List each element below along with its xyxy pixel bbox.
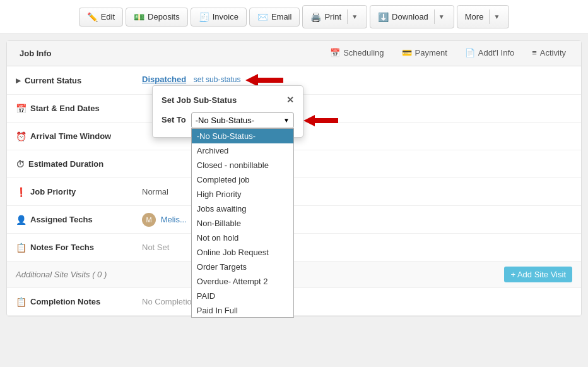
job-priority-label: ❗ Job Priority: [16, 187, 142, 197]
select-caret-icon: ▼: [283, 117, 290, 124]
notes-for-techs-text: Notes For Techs: [30, 243, 94, 252]
clock-icon: ⏰: [16, 131, 26, 141]
activity-icon: ≡: [532, 48, 537, 57]
option-closed-nonbillable[interactable]: Closed - nonbillable: [192, 158, 293, 172]
add-site-visit-label: + Add Site Visit: [510, 270, 566, 279]
addl-info-icon: 📄: [465, 48, 475, 57]
job-info-title: Job Info: [13, 41, 321, 66]
tab-payment[interactable]: 💳 Payment: [393, 42, 456, 65]
deposits-button[interactable]: 💵 Deposits: [126, 8, 188, 27]
tab-bar: Job Info 📅 Scheduling 💳 Payment 📄 Addt'l…: [7, 41, 581, 66]
tech-avatar: M: [142, 213, 156, 227]
substatus-select-wrapper: -No Sub-Status- ▼ -No Sub-Status- Archiv…: [191, 112, 294, 128]
edit-button[interactable]: ✏️ Edit: [79, 8, 123, 27]
red-arrow-2: [303, 114, 338, 128]
option-no-substatus[interactable]: -No Sub-Status-: [192, 129, 293, 143]
tech-name-link[interactable]: Melis...: [161, 215, 187, 224]
completion-notes-label: 📋 Completion Notes: [16, 297, 142, 307]
option-paid[interactable]: PAID: [192, 289, 293, 303]
current-status-label: ▶ Current Status: [16, 76, 142, 85]
completion-notes-row: 📋 Completion Notes No Completion Notes: [7, 288, 581, 316]
assigned-techs-row: 👤 Assigned Techs M Melis... Update: [7, 206, 581, 234]
calendar-icon: 📅: [16, 104, 26, 114]
job-priority-row: ❗ Job Priority Normal: [7, 178, 581, 206]
completion-notes-text: Completion Notes: [30, 297, 100, 306]
modal-header: Set Job Sub-Status ✕: [162, 95, 294, 105]
scheduling-label: Scheduling: [343, 48, 384, 57]
scheduling-icon: 📅: [330, 48, 340, 57]
download-icon: ⬇️: [378, 12, 389, 22]
modal-body: Set To -No Sub-Status- ▼ -No Sub-Status-…: [162, 112, 294, 128]
option-completed-job[interactable]: Completed job: [192, 172, 293, 187]
option-non-billable[interactable]: Non-Billable: [192, 216, 293, 231]
option-order-targets[interactable]: Order Targets: [192, 260, 293, 274]
start-end-dates-label: 📅 Start & End Dates: [16, 104, 142, 114]
option-paid-in-full[interactable]: Paid In Full: [192, 303, 293, 318]
edit-label: Edit: [101, 12, 115, 21]
activity-label: Activity: [540, 48, 566, 57]
option-archived[interactable]: Archived: [192, 143, 293, 158]
print-caret[interactable]: ▼: [347, 9, 362, 24]
download-caret[interactable]: ▼: [434, 9, 449, 24]
more-caret[interactable]: ▼: [489, 9, 503, 24]
set-substatus-modal: Set Job Sub-Status ✕ Set To -No Sub-Stat…: [152, 85, 303, 138]
deposits-label: Deposits: [148, 12, 180, 21]
email-button[interactable]: ✉️ Email: [249, 8, 300, 27]
current-status-text: Current Status: [25, 76, 81, 85]
arrival-time-text: Arrival Time Window: [30, 131, 111, 141]
option-not-on-hold[interactable]: Not on hold: [192, 231, 293, 245]
substatus-select-display[interactable]: -No Sub-Status- ▼: [191, 112, 294, 128]
priority-icon: ❗: [16, 187, 26, 197]
print-icon: 🖨️: [310, 12, 321, 22]
duration-icon: ⏱: [16, 159, 25, 169]
option-online-job-request[interactable]: Online Job Request: [192, 245, 293, 260]
assigned-techs-text: Assigned Techs: [30, 215, 93, 224]
additional-site-visits-row: Additional Site Visits ( 0 ) + Add Site …: [7, 262, 581, 288]
modal-close-button[interactable]: ✕: [286, 95, 294, 105]
option-jobs-awaiting[interactable]: Jobs awaiting: [192, 202, 293, 216]
tab-activity[interactable]: ≡ Activity: [523, 42, 575, 65]
edit-icon: ✏️: [87, 12, 98, 22]
expand-arrow-icon[interactable]: ▶: [16, 77, 21, 84]
job-priority-text: Job Priority: [30, 187, 76, 196]
email-label: Email: [271, 12, 292, 21]
download-label: Download: [392, 12, 428, 21]
estimated-duration-label: ⏱ Estimated Duration: [16, 159, 142, 169]
techs-icon: 👤: [16, 215, 26, 225]
assigned-techs-label: 👤 Assigned Techs: [16, 215, 142, 225]
invoice-icon: 🧾: [199, 12, 209, 22]
tab-scheduling[interactable]: 📅 Scheduling: [321, 42, 392, 65]
modal-title: Set Job Sub-Status: [162, 95, 237, 105]
start-end-dates-text: Start & End Dates: [30, 104, 100, 113]
notes-icon: 📋: [16, 243, 26, 253]
estimated-duration-row: ⏱ Estimated Duration: [7, 150, 581, 178]
invoice-label: Invoice: [213, 12, 238, 21]
svg-marker-0: [245, 74, 283, 87]
additional-site-label: Additional Site Visits ( 0 ): [16, 270, 107, 279]
option-high-priority[interactable]: High Priority: [192, 187, 293, 202]
deposits-icon: 💵: [134, 12, 144, 22]
add-site-visit-button[interactable]: + Add Site Visit: [504, 267, 572, 282]
set-substatus-link[interactable]: set sub-status: [194, 75, 241, 84]
main-content: Job Info 📅 Scheduling 💳 Payment 📄 Addt'l…: [6, 40, 582, 316]
tab-addl-info[interactable]: 📄 Addt'l Info: [456, 42, 523, 65]
dispatched-link[interactable]: Dispatched: [142, 75, 186, 84]
estimated-duration-text: Estimated Duration: [28, 159, 103, 169]
arrival-time-label: ⏰ Arrival Time Window: [16, 131, 142, 141]
current-status-row: ▶ Current Status Dispatched set sub-stat…: [7, 66, 581, 95]
email-icon: ✉️: [257, 12, 268, 22]
more-button[interactable]: More ▼: [457, 5, 510, 28]
selected-option-text: -No Sub-Status-: [196, 116, 254, 125]
option-overdue-attempt2[interactable]: Overdue- Attempt 2: [192, 274, 293, 289]
payment-icon: 💳: [402, 48, 412, 57]
completion-icon: 📋: [16, 297, 26, 307]
print-button[interactable]: 🖨️ Print ▼: [302, 5, 367, 28]
print-label: Print: [324, 12, 341, 21]
download-button[interactable]: ⬇️ Download ▼: [370, 5, 454, 28]
set-to-label: Set To: [162, 112, 186, 124]
svg-marker-1: [303, 115, 338, 126]
invoice-button[interactable]: 🧾 Invoice: [191, 8, 247, 27]
top-toolbar: ✏️ Edit 💵 Deposits 🧾 Invoice ✉️ Email 🖨️…: [0, 0, 588, 34]
substatus-dropdown: -No Sub-Status- Archived Closed - nonbil…: [191, 128, 294, 318]
payment-label: Payment: [415, 48, 447, 57]
